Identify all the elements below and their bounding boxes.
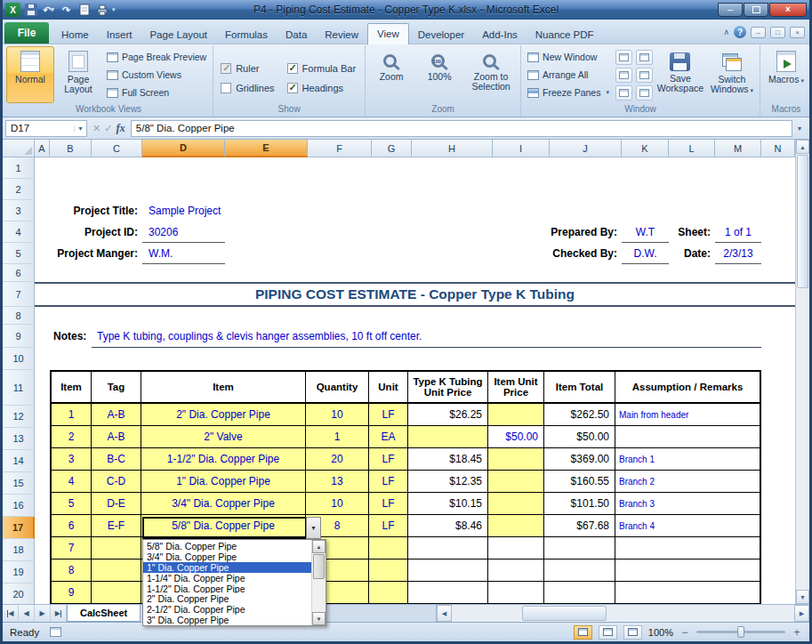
tab-add-ins[interactable]: Add-Ins bbox=[473, 25, 527, 44]
cell-H14[interactable]: $18.45 bbox=[408, 448, 488, 471]
save-workspace-button[interactable]: Save Workspace bbox=[655, 46, 706, 103]
column-header-H[interactable]: H bbox=[412, 140, 493, 157]
reset-window-position-button[interactable] bbox=[636, 85, 653, 101]
column-header-J[interactable]: J bbox=[550, 140, 622, 157]
cell-H5[interactable]: Checked By: bbox=[412, 243, 622, 264]
cell-J12[interactable]: $262.50 bbox=[544, 404, 615, 426]
dropdown-item[interactable]: 5/8" Dia. Copper Pipe bbox=[143, 541, 311, 551]
row-header-13[interactable]: 13 bbox=[3, 428, 35, 450]
row-header-11[interactable]: 11 bbox=[3, 370, 35, 406]
cell-B13[interactable]: 2 bbox=[52, 426, 92, 448]
page-layout-view-button[interactable]: Page Layout bbox=[54, 46, 102, 103]
zoom-button[interactable]: Zoom bbox=[367, 46, 415, 103]
column-header-G[interactable]: G bbox=[372, 140, 412, 157]
cell-H4[interactable]: Prepared By: bbox=[412, 221, 622, 243]
synchronous-scrolling-button[interactable] bbox=[636, 68, 653, 83]
row-header-1[interactable]: 1 bbox=[3, 157, 35, 179]
cell-C12[interactable]: A-B bbox=[92, 404, 141, 426]
name-box[interactable]: D17 ▼ bbox=[5, 120, 87, 137]
cell-K18[interactable] bbox=[615, 537, 760, 559]
dropdown-item[interactable]: 1-1/4" Dia. Copper Pipe bbox=[143, 573, 311, 584]
cell-B20[interactable]: 9 bbox=[52, 582, 92, 604]
next-sheet-button[interactable]: ▶ bbox=[35, 605, 51, 622]
row-header-12[interactable]: 12 bbox=[3, 406, 35, 428]
cell-J18[interactable] bbox=[544, 537, 615, 559]
cell-G16[interactable]: LF bbox=[369, 493, 408, 515]
cell-K13[interactable] bbox=[615, 426, 760, 448]
redo-icon[interactable]: ↷ bbox=[59, 3, 74, 17]
formula-input[interactable]: 5/8" Dia. Copper Pipe bbox=[131, 120, 792, 137]
cell-I19[interactable] bbox=[488, 559, 544, 582]
excel-logo-icon[interactable]: X bbox=[5, 3, 20, 17]
cell-B18[interactable]: 7 bbox=[52, 537, 92, 559]
cell-D12[interactable]: 2" Dia. Copper Pipe bbox=[141, 404, 306, 426]
cell-B17[interactable]: 6 bbox=[52, 515, 92, 537]
scroll-down-icon[interactable]: ▼ bbox=[796, 590, 809, 604]
cell-K5[interactable]: D.W. bbox=[622, 243, 669, 264]
cell-C14[interactable]: B-C bbox=[92, 448, 141, 471]
cell-K12[interactable]: Main from header bbox=[615, 404, 760, 426]
dropdown-scroll-down-icon[interactable]: ▼ bbox=[312, 612, 326, 625]
cell-J14[interactable]: $369.00 bbox=[544, 448, 615, 471]
cell-K16[interactable]: Branch 3 bbox=[615, 493, 760, 515]
row-header-19[interactable]: 19 bbox=[3, 561, 35, 584]
cell-K4[interactable]: W.T bbox=[622, 221, 669, 243]
cell-C9[interactable]: Type K tubing, couplings & clevis hanger… bbox=[92, 325, 761, 348]
view-side-by-side-button[interactable] bbox=[636, 50, 653, 65]
cell-J17[interactable]: $67.68 bbox=[544, 515, 615, 537]
dropdown-item[interactable]: 1-1/2" Dia. Copper Pipe bbox=[143, 584, 311, 594]
tab-view[interactable]: View bbox=[367, 23, 409, 44]
row-header-18[interactable]: 18 bbox=[3, 539, 35, 561]
minimize-ribbon-icon[interactable]: ∧ bbox=[723, 28, 729, 36]
tab-data[interactable]: Data bbox=[277, 25, 316, 44]
last-sheet-button[interactable]: ▶ bbox=[51, 605, 67, 622]
cell-J16[interactable]: $101.50 bbox=[544, 493, 615, 515]
cell-I14[interactable] bbox=[488, 448, 544, 471]
tab-insert[interactable]: Insert bbox=[98, 25, 141, 44]
cell-B5[interactable]: Project Manger: bbox=[50, 243, 142, 264]
tab-nuance-pdf[interactable]: Nuance PDF bbox=[527, 25, 603, 44]
cancel-icon[interactable]: ✕ bbox=[92, 123, 100, 134]
cell-L5[interactable]: Date: bbox=[669, 243, 715, 264]
cell-D16[interactable]: 3/4" Dia. Copper Pipe bbox=[141, 493, 306, 515]
cell-J19[interactable] bbox=[544, 559, 615, 582]
macro-record-icon[interactable] bbox=[50, 627, 61, 637]
row-header-2[interactable]: 2 bbox=[3, 179, 35, 200]
cell-C18[interactable] bbox=[92, 537, 141, 559]
cell-C13[interactable]: A-B bbox=[92, 426, 141, 448]
workbook-restore-button[interactable]: □ bbox=[770, 27, 785, 38]
cell-K19[interactable] bbox=[615, 559, 760, 582]
page-layout-shortcut-button[interactable] bbox=[599, 625, 617, 640]
cell-H17[interactable]: $8.46 bbox=[408, 515, 488, 537]
cell-G19[interactable] bbox=[369, 559, 408, 582]
cell-I20[interactable] bbox=[488, 582, 544, 604]
cell-G12[interactable]: LF bbox=[369, 404, 408, 426]
cell-B14[interactable]: 3 bbox=[52, 448, 92, 471]
row-header-14[interactable]: 14 bbox=[3, 450, 35, 472]
tab-home[interactable]: Home bbox=[52, 25, 98, 44]
vertical-scroll-track[interactable] bbox=[796, 154, 809, 590]
cell-H18[interactable] bbox=[408, 537, 488, 559]
column-header-M[interactable]: M bbox=[715, 140, 761, 157]
dropdown-item[interactable]: 3/4" Dia. Copper Pipe bbox=[143, 551, 311, 562]
cell-J13[interactable]: $50.00 bbox=[544, 426, 615, 448]
cell-D14[interactable]: 1-1/2" Dia. Copper Pipe bbox=[141, 448, 306, 471]
column-header-D[interactable]: D bbox=[142, 140, 225, 157]
tab-file[interactable]: File bbox=[4, 22, 49, 44]
cell-F13[interactable]: 1 bbox=[306, 426, 369, 448]
row-header-16[interactable]: 16 bbox=[3, 495, 35, 517]
zoom-out-icon[interactable]: − bbox=[679, 627, 690, 638]
formula-bar-expand-icon[interactable]: ▼ bbox=[792, 125, 807, 132]
cell-I13[interactable]: $50.00 bbox=[488, 426, 544, 448]
cell-I12[interactable] bbox=[488, 404, 544, 426]
previous-sheet-button[interactable]: ◀ bbox=[19, 605, 35, 622]
row-header-7[interactable]: 7 bbox=[3, 282, 35, 307]
column-header-B[interactable]: B bbox=[50, 140, 92, 157]
row-header-9[interactable]: 9 bbox=[3, 325, 35, 348]
help-icon[interactable]: ? bbox=[734, 26, 746, 38]
zoom-level[interactable]: 100% bbox=[648, 627, 673, 638]
headings-checkbox[interactable]: Headings bbox=[287, 78, 357, 98]
cell-I18[interactable] bbox=[488, 537, 544, 559]
cell-F14[interactable]: 20 bbox=[306, 448, 369, 471]
column-header-I[interactable]: I bbox=[493, 140, 550, 157]
